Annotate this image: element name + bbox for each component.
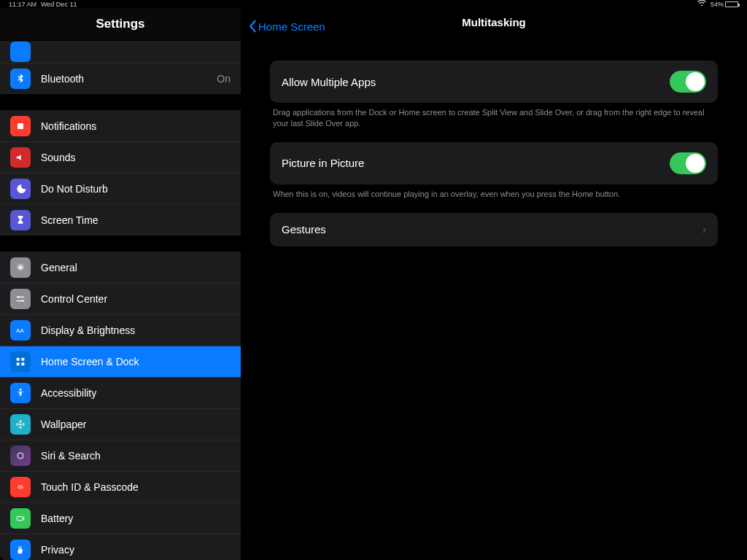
svg-point-14 [16, 423, 19, 426]
text-size-icon: AA [10, 320, 31, 341]
grid-icon [10, 351, 31, 372]
sidebar-item-label: Display & Brightness [41, 324, 135, 336]
battery-icon [10, 508, 31, 529]
wifi-settings-icon [10, 42, 31, 62]
setting-gestures[interactable]: Gestures › [270, 213, 718, 246]
sidebar-item-siri-search[interactable]: Siri & Search [0, 440, 241, 471]
sidebar-item-screen-time[interactable]: Screen Time [0, 204, 241, 236]
sidebar-title: Settings [0, 8, 241, 40]
svg-point-13 [19, 426, 22, 429]
sidebar-item-general[interactable]: General [0, 252, 241, 283]
sidebar-item-notifications[interactable]: Notifications [0, 110, 241, 141]
accessibility-icon [10, 383, 31, 403]
sidebar-item-privacy[interactable]: Privacy [0, 534, 241, 560]
sidebar-item-label: Do Not Disturb [41, 183, 108, 195]
hourglass-icon [10, 210, 31, 230]
sidebar-item-wallpaper[interactable]: Wallpaper [0, 408, 241, 440]
svg-point-2 [18, 296, 20, 298]
svg-point-11 [19, 420, 22, 423]
picture-in-picture-footnote: When this is on, videos will continue pl… [270, 184, 718, 213]
sidebar-item-control-center[interactable]: Control Center [0, 283, 241, 314]
svg-rect-8 [21, 362, 24, 365]
sidebar-item-battery[interactable]: Battery [0, 502, 241, 534]
svg-rect-5 [17, 358, 20, 361]
chevron-right-icon: › [703, 223, 706, 236]
sidebar-item-sounds[interactable]: Sounds [0, 141, 241, 173]
sidebar-item-label: Notifications [41, 120, 96, 132]
toggle-picture-in-picture[interactable] [670, 152, 706, 174]
setting-label: Allow Multiple Apps [282, 76, 376, 88]
svg-point-10 [20, 424, 22, 426]
sidebar-item-bluetooth[interactable]: Bluetooth On [0, 63, 241, 94]
toggle-allow-multiple-apps[interactable] [670, 71, 706, 93]
allow-multiple-apps-footnote: Drag applications from the Dock or Home … [270, 103, 718, 142]
flower-icon [10, 414, 31, 435]
status-bar: 11:17 AM Wed Dec 11 54% [0, 0, 747, 8]
sliders-icon [10, 289, 31, 309]
svg-point-3 [21, 300, 23, 302]
sidebar-item-label: Privacy [41, 544, 74, 556]
svg-text:AA: AA [16, 327, 24, 334]
setting-label: Picture in Picture [282, 157, 364, 169]
sidebar-item-label: General [41, 262, 77, 273]
svg-point-12 [22, 423, 25, 426]
svg-rect-16 [17, 516, 23, 520]
sidebar-item-touch-id[interactable]: Touch ID & Passcode [0, 471, 241, 502]
sidebar-item-do-not-disturb[interactable]: Do Not Disturb [0, 173, 241, 204]
setting-picture-in-picture[interactable]: Picture in Picture [270, 142, 718, 184]
moon-icon [10, 179, 31, 199]
sidebar-item-label: Bluetooth [41, 73, 84, 85]
settings-sidebar: Settings Bluetooth On [0, 8, 241, 560]
status-date: Wed Dec 11 [41, 1, 77, 8]
wifi-icon [697, 0, 706, 8]
sidebar-item-label: Accessibility [41, 387, 96, 399]
sidebar-item-label: Sounds [41, 152, 75, 163]
svg-point-9 [20, 389, 22, 391]
setting-allow-multiple-apps[interactable]: Allow Multiple Apps [270, 61, 718, 103]
sounds-icon [10, 147, 31, 168]
svg-point-15 [18, 453, 23, 459]
svg-rect-17 [23, 518, 24, 520]
gear-icon [10, 257, 31, 278]
status-time: 11:17 AM [9, 1, 36, 8]
sidebar-item-label: Siri & Search [41, 450, 101, 462]
siri-icon [10, 446, 31, 466]
notifications-icon [10, 116, 31, 136]
bluetooth-value: On [217, 73, 231, 85]
svg-rect-7 [17, 362, 20, 365]
setting-label: Gestures [282, 223, 326, 236]
sidebar-item-accessibility[interactable]: Accessibility [0, 377, 241, 408]
sidebar-item-label: Screen Time [41, 214, 98, 226]
sidebar-item-wifi[interactable] [0, 41, 241, 63]
sidebar-item-label: Home Screen & Dock [41, 356, 139, 368]
detail-title: Multitasking [241, 16, 747, 28]
sidebar-item-label: Touch ID & Passcode [41, 481, 139, 493]
hand-icon [10, 540, 31, 560]
sidebar-item-display-brightness[interactable]: AA Display & Brightness [0, 314, 241, 346]
svg-rect-0 [18, 123, 23, 129]
battery-pct: 54% [711, 1, 724, 8]
detail-pane: Home Screen Multitasking Allow Multiple … [241, 8, 747, 560]
sidebar-item-label: Control Center [41, 293, 107, 305]
battery-indicator: 54% [711, 1, 738, 8]
bluetooth-icon [10, 69, 31, 89]
fingerprint-icon [10, 477, 31, 497]
svg-rect-6 [21, 358, 24, 361]
sidebar-item-label: Wallpaper [41, 419, 87, 430]
sidebar-item-home-screen-dock[interactable]: Home Screen & Dock [0, 346, 241, 377]
sidebar-item-label: Battery [41, 513, 73, 524]
